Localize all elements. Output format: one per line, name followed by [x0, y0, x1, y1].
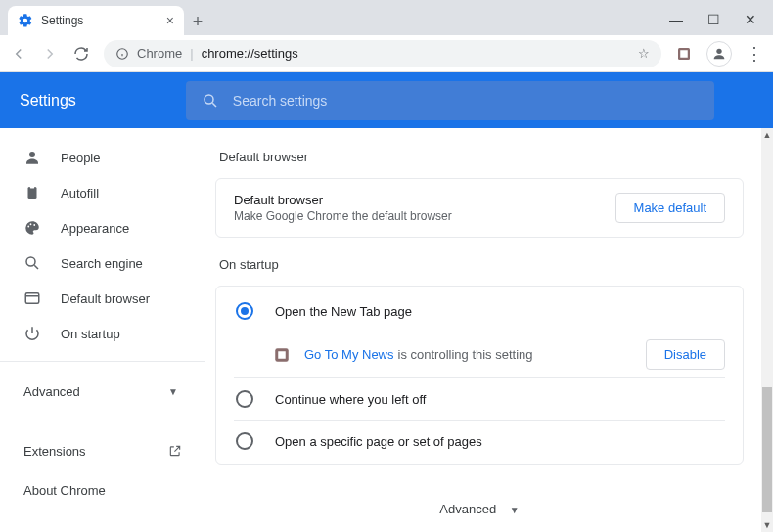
- radio-specific-pages[interactable]: Open a specific page or set of pages: [234, 421, 725, 462]
- clipboard-icon: [23, 184, 41, 201]
- tab-title: Settings: [41, 14, 83, 27]
- svg-point-8: [29, 152, 35, 157]
- browser-tab-settings[interactable]: Settings ×: [8, 6, 184, 35]
- sidebar-item-people[interactable]: People: [0, 140, 205, 175]
- default-browser-title: Default browser: [234, 193, 615, 207]
- svg-line-15: [34, 265, 38, 269]
- sidebar-item-label: Autofill: [61, 186, 99, 200]
- advanced-label: Advanced: [439, 502, 496, 516]
- new-tab-button[interactable]: +: [184, 8, 211, 35]
- scroll-up-arrow[interactable]: ▲: [761, 130, 773, 140]
- sidebar-item-extensions[interactable]: Extensions: [0, 431, 205, 470]
- toolbar: Chrome | chrome://settings ☆ ⋮: [0, 35, 773, 72]
- site-info-icon[interactable]: [115, 47, 129, 61]
- sidebar-item-label: Search engine: [61, 256, 143, 271]
- sidebar-item-default-browser[interactable]: Default browser: [0, 281, 205, 316]
- toolbar-right: ⋮: [675, 41, 763, 66]
- close-icon[interactable]: ×: [166, 13, 174, 28]
- disable-extension-button[interactable]: Disable: [646, 339, 725, 370]
- advanced-toggle-footer[interactable]: Advanced ▼: [215, 502, 744, 516]
- back-button[interactable]: [10, 45, 27, 63]
- window-controls: — ☐ ✕: [669, 12, 773, 35]
- open-external-icon: [168, 444, 182, 458]
- radio-new-tab[interactable]: Open the New Tab page: [234, 290, 725, 332]
- app-header: Settings Search settings: [0, 72, 773, 128]
- scroll-down-arrow[interactable]: ▼: [761, 520, 773, 530]
- main-container: People Autofill Appearance Search engine…: [0, 128, 773, 532]
- vertical-scrollbar[interactable]: ▲ ▼: [761, 128, 773, 532]
- section-title-on-startup: On startup: [219, 257, 744, 272]
- svg-point-12: [30, 223, 32, 225]
- extension-icon[interactable]: [675, 45, 693, 63]
- svg-rect-19: [278, 351, 286, 359]
- url-scheme: Chrome: [137, 46, 182, 61]
- close-window-button[interactable]: ✕: [744, 12, 757, 27]
- extension-control-text: is controlling this setting: [398, 347, 533, 362]
- sidebar-item-label: About Chrome: [23, 483, 106, 498]
- sidebar-item-label: Default browser: [61, 291, 150, 306]
- chevron-down-icon: ▼: [168, 386, 178, 397]
- search-placeholder: Search settings: [233, 93, 328, 109]
- search-icon: [202, 92, 219, 110]
- search-icon: [23, 254, 41, 272]
- url-path: chrome://settings: [202, 46, 298, 61]
- browser-icon: [23, 289, 41, 307]
- radio-label: Continue where you left off: [275, 392, 426, 407]
- make-default-button[interactable]: Make default: [615, 193, 725, 223]
- svg-point-14: [26, 257, 35, 266]
- sidebar-advanced-label: Advanced: [23, 384, 80, 399]
- sidebar-item-label: People: [61, 151, 100, 165]
- svg-rect-4: [680, 50, 688, 58]
- svg-rect-16: [25, 293, 39, 304]
- sidebar-advanced-toggle[interactable]: Advanced ▼: [0, 372, 205, 411]
- content-area: Default browser Default browser Make Goo…: [205, 128, 773, 532]
- app-title: Settings: [20, 92, 76, 110]
- radio-unselected-icon: [236, 432, 253, 450]
- svg-line-7: [212, 103, 216, 107]
- reload-button[interactable]: [72, 45, 90, 63]
- radio-label: Open a specific page or set of pages: [275, 434, 482, 449]
- forward-button[interactable]: [41, 45, 59, 63]
- scrollbar-thumb[interactable]: [762, 387, 772, 512]
- address-bar[interactable]: Chrome | chrome://settings ☆: [104, 40, 661, 67]
- search-settings-input[interactable]: Search settings: [186, 81, 714, 120]
- divider: [0, 421, 205, 421]
- extension-name-link[interactable]: Go To My News: [304, 347, 394, 362]
- sidebar-item-about[interactable]: About Chrome: [0, 470, 205, 510]
- sidebar: People Autofill Appearance Search engine…: [0, 128, 205, 532]
- power-icon: [23, 325, 41, 342]
- on-startup-card: Open the New Tab page Go To My News is c…: [215, 286, 744, 465]
- sidebar-item-autofill[interactable]: Autofill: [0, 175, 205, 210]
- svg-rect-10: [30, 186, 35, 189]
- sidebar-item-label: On startup: [61, 327, 120, 341]
- maximize-button[interactable]: ☐: [706, 12, 720, 27]
- radio-selected-icon: [236, 302, 253, 320]
- gear-icon: [18, 13, 33, 28]
- svg-point-11: [27, 226, 29, 228]
- svg-point-5: [716, 48, 721, 53]
- sidebar-item-appearance[interactable]: Appearance: [0, 210, 205, 245]
- extension-control-row: Go To My News is controlling this settin…: [234, 332, 725, 377]
- divider: [0, 361, 205, 362]
- radio-label: Open the New Tab page: [275, 304, 412, 319]
- chevron-down-icon: ▼: [510, 505, 520, 515]
- kebab-menu-icon[interactable]: ⋮: [746, 43, 763, 65]
- url-divider: |: [190, 46, 193, 61]
- sidebar-item-on-startup[interactable]: On startup: [0, 316, 205, 351]
- window-titlebar: Settings × + — ☐ ✕: [0, 0, 773, 35]
- default-browser-subtitle: Make Google Chrome the default browser: [234, 209, 615, 223]
- svg-point-6: [205, 95, 213, 104]
- sidebar-item-label: Extensions: [23, 444, 86, 459]
- sidebar-item-search-engine[interactable]: Search engine: [0, 245, 205, 281]
- profile-avatar[interactable]: [706, 41, 732, 66]
- svg-rect-9: [28, 187, 37, 199]
- extension-app-icon: [273, 346, 291, 364]
- bookmark-star-icon[interactable]: ☆: [638, 46, 650, 61]
- radio-unselected-icon: [236, 390, 253, 408]
- default-browser-card: Default browser Make Google Chrome the d…: [215, 178, 744, 238]
- radio-continue[interactable]: Continue where you left off: [234, 378, 725, 420]
- sidebar-item-label: Appearance: [61, 221, 129, 236]
- svg-point-13: [33, 224, 35, 226]
- minimize-button[interactable]: —: [669, 12, 683, 27]
- palette-icon: [23, 219, 41, 237]
